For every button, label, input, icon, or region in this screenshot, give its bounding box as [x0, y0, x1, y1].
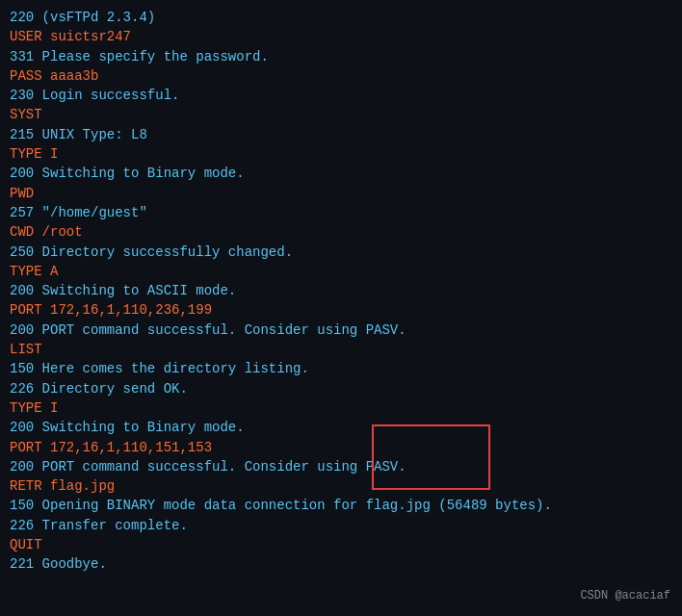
terminal-line: 200 Switching to Binary mode. [10, 164, 672, 183]
terminal-line: PWD [10, 184, 672, 203]
terminal-line: USER suictsr247 [10, 27, 672, 46]
terminal-line: 200 Switching to ASCII mode. [10, 281, 672, 300]
terminal-line: TYPE I [10, 144, 672, 164]
terminal-line: TYPE A [10, 262, 672, 281]
terminal-line: 220 (vsFTPd 2.3.4) [10, 8, 672, 27]
terminal-line: 150 Here comes the directory listing. [10, 359, 672, 378]
terminal-line: 230 Login successful. [10, 86, 672, 105]
terminal-line: 215 UNIX Type: L8 [10, 125, 672, 144]
terminal-line: 226 Directory send OK. [10, 379, 672, 398]
terminal-line: 200 PORT command successful. Consider us… [10, 457, 672, 476]
terminal-line: PASS aaaa3b [10, 66, 672, 86]
terminal-line: RETR flag.jpg [10, 476, 672, 496]
terminal-line: PORT 172,16,1,110,236,199 [10, 300, 672, 320]
terminal-line: 226 Transfer complete. [10, 516, 672, 535]
terminal-line: 331 Please specify the password. [10, 47, 672, 66]
terminal-line: 200 Switching to Binary mode. [10, 418, 672, 437]
watermark: CSDN @acaciaf [580, 589, 670, 603]
terminal-line: SYST [10, 105, 672, 124]
terminal-line: PORT 172,16,1,110,151,153 [10, 438, 672, 457]
terminal-line: TYPE I [10, 398, 672, 418]
terminal-line: 200 PORT command successful. Consider us… [10, 321, 672, 340]
terminal-line: 150 Opening BINARY mode data connection … [10, 496, 672, 515]
terminal-line: 221 Goodbye. [10, 554, 672, 574]
terminal-line: LIST [10, 340, 672, 359]
terminal-line: 257 "/home/guest" [10, 203, 672, 222]
terminal-window: 220 (vsFTPd 2.3.4)USER suictsr247331 Ple… [0, 0, 682, 616]
terminal-line: QUIT [10, 535, 672, 554]
terminal-line: 250 Directory successfully changed. [10, 243, 672, 262]
terminal-line: CWD /root [10, 222, 672, 242]
